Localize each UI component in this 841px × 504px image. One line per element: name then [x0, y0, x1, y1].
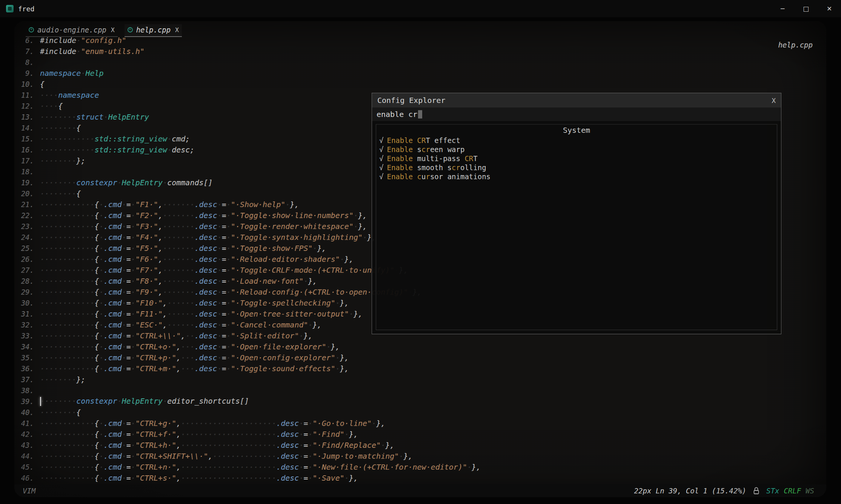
status-bar-right: 22px Ln 39, Col 1 (15.42%) STxCRLFWS	[634, 487, 814, 495]
line-number: 19.	[14, 178, 40, 187]
code-line: 38.	[14, 385, 826, 396]
tab-bar: audio-engine.cppXhelp.cppX	[26, 24, 182, 37]
window-title: fred	[18, 5, 34, 13]
line-number: 11.	[14, 91, 40, 99]
code-line: 42.············{·.cmd·=·"CTRL+f·",······…	[14, 429, 826, 439]
window-controls: ─ □ ✕	[771, 0, 841, 17]
line-number: 25.	[14, 244, 40, 252]
line-number: 36.	[14, 364, 40, 373]
minimize-button[interactable]: ─	[771, 0, 794, 17]
config-search-query: enable cr	[377, 110, 417, 119]
cursor-position-stats: 22px Ln 39, Col 1 (15.42%)	[634, 487, 746, 495]
line-number: 20.	[14, 189, 40, 198]
line-number: 32.	[14, 321, 40, 329]
lock-icon	[753, 487, 760, 495]
cpp-file-icon	[128, 27, 133, 32]
code-line: 36.············{·.cmd·=·"CTRL+m·",···.de…	[14, 363, 826, 374]
active-file-indicator: help.cpp	[778, 41, 813, 49]
code-line: 34.············{·.cmd·=·"CTRL+o·",···.de…	[14, 341, 826, 352]
line-number: 6.	[14, 36, 40, 45]
line-number: 15.	[14, 135, 40, 143]
tab-close-icon[interactable]: X	[175, 26, 179, 34]
code-line: 44.············{·.cmd·=·"CTRL+SHIFT+\\·"…	[14, 450, 826, 461]
code-line: 10.{	[14, 78, 826, 89]
config-entry-list: √Enable CRT effect√Enable screen warp√En…	[376, 136, 777, 181]
line-number: 41.	[14, 419, 40, 427]
line-number: 38.	[14, 386, 40, 395]
checked-checkbox-icon: √	[379, 145, 383, 154]
tab-label: help.cpp	[136, 26, 171, 34]
line-number: 35.	[14, 353, 40, 362]
config-results-panel: System √Enable CRT effect√Enable screen …	[376, 124, 777, 330]
checked-checkbox-icon: √	[379, 136, 383, 145]
config-entry[interactable]: √Enable CRT effect	[376, 136, 777, 145]
line-number: 21.	[14, 200, 40, 209]
line-number: 29.	[14, 288, 40, 296]
code-line: 40.········{	[14, 407, 826, 418]
line-number: 30.	[14, 299, 40, 307]
status-flag-CRLF: CRLF	[784, 487, 801, 495]
close-button[interactable]: ✕	[818, 0, 841, 17]
line-number: 26.	[14, 255, 40, 263]
code-line: 45.············{·.cmd·=·"CTRL+n·",······…	[14, 461, 826, 472]
line-number: 42.	[14, 430, 40, 438]
checked-checkbox-icon: √	[379, 154, 383, 163]
line-number: 37.	[14, 375, 40, 384]
code-line: 46.············{·.cmd·=·"CTRL+s·",······…	[14, 472, 826, 483]
config-entry[interactable]: √Enable screen warp	[376, 145, 777, 154]
line-number: 18.	[14, 167, 40, 176]
tab-close-icon[interactable]: X	[111, 26, 115, 34]
line-number: 12.	[14, 102, 40, 110]
line-number: 16.	[14, 146, 40, 154]
config-explorer-close-button[interactable]: X	[772, 97, 776, 104]
status-flags: STxCRLFWS	[766, 487, 814, 495]
status-flag-WS: WS	[806, 487, 814, 495]
line-number: 39.	[14, 397, 40, 406]
line-number: 34.	[14, 343, 40, 351]
titlebar: fred ─ □ ✕	[0, 0, 841, 17]
line-number: 44.	[14, 452, 40, 460]
code-line: 41.············{·.cmd·=·"CTRL+g·",······…	[14, 418, 826, 429]
line-number: 10.	[14, 80, 40, 88]
config-entry[interactable]: √Enable cursor animations	[376, 172, 777, 181]
crt-editor-screen: audio-engine.cppXhelp.cppX help.cpp 6.#i…	[14, 21, 826, 497]
text-cursor	[418, 110, 422, 118]
maximize-button[interactable]: □	[794, 0, 818, 17]
config-entry[interactable]: √Enable multi-pass CRT	[376, 154, 777, 163]
code-line: 8.	[14, 57, 826, 68]
status-flag-STx: STx	[766, 487, 779, 495]
line-number: 33.	[14, 332, 40, 340]
line-number: 23.	[14, 222, 40, 230]
config-entry[interactable]: √Enable smooth scrolling	[376, 163, 777, 172]
checked-checkbox-icon: √	[379, 163, 383, 172]
line-number: 31.	[14, 310, 40, 318]
checked-checkbox-icon: √	[379, 172, 383, 181]
status-bar: VIM 22px Ln 39, Col 1 (15.42%) STxCRLFWS	[14, 484, 826, 497]
vim-mode-indicator: VIM	[23, 487, 35, 495]
code-line: 37.········};	[14, 374, 826, 385]
tab-audio-engine.cpp[interactable]: audio-engine.cppX	[26, 24, 118, 37]
config-explorer-dialog: Config Explorer X enable cr System √Enab…	[372, 93, 781, 334]
cpp-file-icon	[29, 27, 34, 32]
tab-help.cpp[interactable]: help.cppX	[125, 24, 182, 37]
line-number: 13.	[14, 113, 40, 121]
config-search-input[interactable]: enable cr	[372, 108, 781, 121]
line-number: 45.	[14, 463, 40, 471]
line-number: 24.	[14, 233, 40, 241]
line-number: 22.	[14, 211, 40, 220]
tab-label: audio-engine.cpp	[37, 26, 106, 34]
line-number: 28.	[14, 277, 40, 285]
code-line: 7.#include·"enum-utils.h"	[14, 46, 826, 57]
code-line: 39.········constexpr·HelpEntry·editor_sh…	[14, 396, 826, 407]
line-number: 8.	[14, 58, 40, 66]
config-section-header: System	[376, 124, 777, 136]
line-number: 27.	[14, 266, 40, 274]
config-explorer-title: Config Explorer	[377, 96, 446, 105]
config-explorer-header: Config Explorer X	[372, 93, 781, 108]
line-number: 17.	[14, 157, 40, 165]
line-number: 40.	[14, 408, 40, 416]
code-line: 43.············{·.cmd·=·"CTRL+h·",······…	[14, 439, 826, 450]
line-number: 14.	[14, 124, 40, 132]
line-number: 7.	[14, 47, 40, 55]
app-icon	[6, 5, 14, 12]
